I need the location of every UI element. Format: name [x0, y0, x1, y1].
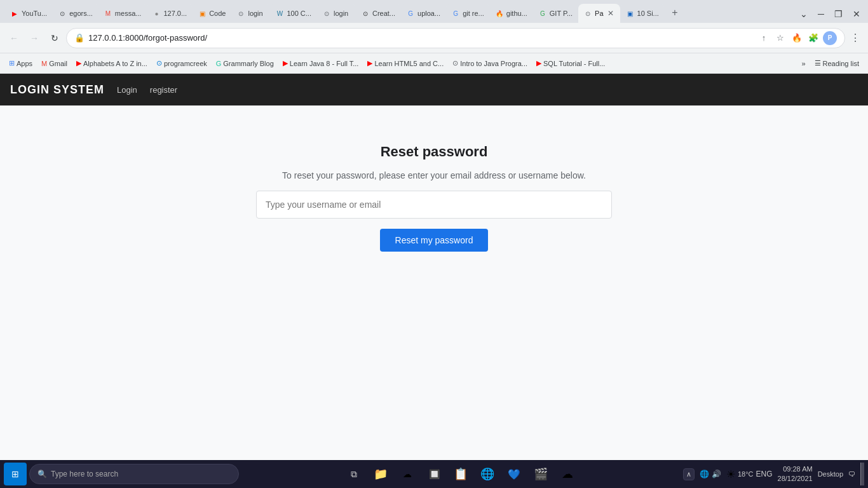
address-box[interactable]: 🔒 127.0.0.1:8000/forgot-password/ ↑ ☆ 🔥 …	[66, 28, 845, 48]
intro-java-favicon: ⊙	[452, 59, 458, 67]
reading-list-button[interactable]: ☰ Reading list	[811, 57, 863, 69]
tab-code[interactable]: ▣ Code	[193, 4, 231, 23]
nav-login-link[interactable]: Login	[117, 83, 137, 97]
new-tab-button[interactable]: +	[666, 4, 684, 22]
tab-gh1[interactable]: ⊙ egors...	[53, 4, 98, 23]
githu-favicon: 🔥	[495, 9, 504, 18]
alphabets-favicon: ▶	[76, 59, 81, 67]
bookmark-alphabets[interactable]: ▶ Alphabets A to Z in...	[72, 57, 151, 69]
bookmark-java[interactable]: ▶ Learn Java 8 - Full T...	[279, 57, 363, 69]
tab-10sin[interactable]: ▣ 10 Si...	[621, 4, 664, 23]
clock-widget[interactable]: 09:28 AM 28/12/2021	[778, 464, 813, 484]
desktop-text: Desktop	[818, 470, 843, 478]
tab-pa-close[interactable]: ✕	[606, 8, 615, 18]
bookmarks-bar: ⊞ Apps M Gmail ▶ Alphabets A to Z in... …	[0, 53, 868, 74]
gh2-favicon: ⊙	[361, 9, 370, 18]
tab-10sin-label: 10 Si...	[637, 10, 659, 17]
bookmark-apps[interactable]: ⊞ Apps	[5, 57, 36, 69]
bookmark-sql[interactable]: ▶ SQL Tutorial - Full...	[532, 57, 609, 69]
content-area: LOGIN SYSTEM Login register Reset passwo…	[0, 74, 868, 460]
html5-favicon: ▶	[367, 59, 372, 67]
maximize-button[interactable]: ❐	[832, 8, 845, 20]
taskbar-search[interactable]: 🔍 Type here to search	[29, 464, 239, 484]
fire-icon[interactable]: 🔥	[790, 31, 804, 45]
upload-favicon: G	[406, 9, 415, 18]
onedrive2-taskbar[interactable]: ☁	[556, 463, 579, 485]
tab-githu[interactable]: 🔥 githu...	[490, 4, 532, 23]
temperature-label: 18°C	[738, 470, 754, 478]
show-hidden-icons-button[interactable]: ∧	[683, 468, 695, 480]
minimize-button[interactable]: ─	[815, 8, 827, 20]
gitp-favicon: G	[538, 9, 547, 18]
reset-password-button[interactable]: Reset my password	[380, 229, 489, 252]
tab-login2[interactable]: ⊙ login	[317, 4, 355, 23]
filemanager-taskbar[interactable]: 📋	[449, 463, 472, 485]
nav-register-link[interactable]: register	[150, 83, 177, 97]
windows-icon: ⊞	[11, 469, 19, 479]
start-button[interactable]: ⊞	[4, 463, 27, 485]
bookmark-programcreek[interactable]: ⊙ programcreek	[153, 57, 211, 69]
vscode-taskbar[interactable]: 💙	[503, 463, 526, 485]
bookmarks-more-button[interactable]: »	[797, 58, 809, 69]
code-favicon: ▣	[198, 9, 207, 18]
task-view-button[interactable]: ⧉	[342, 463, 365, 485]
tab-login1[interactable]: ⊙ login	[231, 4, 269, 23]
bookmark-grammarly[interactable]: G Grammarly Blog	[212, 58, 278, 69]
forward-button[interactable]: →	[25, 29, 43, 47]
network-icon[interactable]: 🌐	[700, 470, 709, 478]
browser-menu-button[interactable]: ⋮	[848, 30, 863, 45]
taskbar: ⊞ 🔍 Type here to search ⧉ 📁 ☁ 🔲 📋 🌐 💙 🎬 …	[0, 460, 868, 488]
onedrive-taskbar[interactable]: ☁	[396, 463, 419, 485]
tab-controls: ⌄ ─ ❐ ✕	[797, 8, 863, 23]
back-button[interactable]: ←	[5, 29, 23, 47]
tab-gh1-label: egors...	[69, 10, 93, 17]
lock-icon: 🔒	[74, 33, 85, 43]
weather-widget[interactable]: ☀ 18°C ENG	[726, 468, 773, 480]
browser-frame: ▶ YouTu... ⊙ egors... M messa... ● 127.0…	[0, 0, 868, 488]
tab-upload[interactable]: G uploa...	[401, 4, 445, 23]
wp-favicon: W	[275, 9, 284, 18]
show-desktop-button[interactable]	[860, 463, 864, 485]
address-bar-row: ← → ↻ 🔒 127.0.0.1:8000/forgot-password/ …	[0, 23, 868, 53]
tab-127[interactable]: ● 127.0...	[147, 4, 192, 23]
gh1-favicon: ⊙	[58, 9, 67, 18]
tab-githu-label: githu...	[506, 10, 527, 17]
tab-gm[interactable]: M messa...	[98, 4, 147, 23]
share-icon[interactable]: ↑	[757, 31, 771, 45]
close-button[interactable]: ✕	[850, 8, 863, 20]
bookmark-gmail[interactable]: M Gmail	[37, 58, 71, 69]
tab-gitp[interactable]: G GIT P...	[533, 4, 578, 23]
tab-list-button[interactable]: ⌄	[797, 8, 810, 20]
bookmark-star-icon[interactable]: ☆	[773, 31, 787, 45]
volume-icon[interactable]: 🔊	[712, 470, 721, 478]
chrome-taskbar[interactable]: 🌐	[476, 463, 499, 485]
gm-favicon: M	[104, 9, 112, 18]
bookmark-grammarly-label: Grammarly Blog	[223, 60, 273, 67]
file-explorer-taskbar[interactable]: 📁	[369, 463, 392, 485]
app-navbar: LOGIN SYSTEM Login register	[0, 74, 868, 105]
clipstudio-taskbar[interactable]: 🎬	[529, 463, 552, 485]
tab-wp[interactable]: W 100 C...	[270, 4, 316, 23]
notification-icon[interactable]: 🗨	[848, 470, 855, 478]
bookmark-gmail-label: Gmail	[49, 60, 67, 67]
tab-git[interactable]: G git re...	[446, 4, 489, 23]
tab-code-label: Code	[209, 10, 226, 17]
tab-yt-label: YouTu...	[22, 10, 47, 17]
extensions-icon[interactable]: 🧩	[806, 31, 820, 45]
tab-gh2[interactable]: ⊙ Creat...	[356, 4, 400, 23]
reset-subtitle: To reset your password, please enter you…	[282, 170, 586, 180]
address-icons: ↑ ☆ 🔥 🧩 P	[757, 31, 837, 45]
tab-pa[interactable]: ⊙ Pa ✕	[578, 4, 620, 23]
jetbrains-taskbar[interactable]: 🔲	[423, 463, 445, 485]
apps-favicon: ⊞	[9, 59, 15, 67]
bookmark-html5[interactable]: ▶ Learn HTML5 and C...	[363, 57, 447, 69]
bookmark-intro-java[interactable]: ⊙ Intro to Java Progra...	[449, 57, 531, 69]
chevron-up-icon: ∧	[686, 470, 691, 478]
tab-yt[interactable]: ▶ YouTu...	[5, 4, 52, 23]
tab-login2-label: login	[334, 10, 348, 17]
java-favicon: ▶	[283, 59, 288, 67]
reload-button[interactable]: ↻	[46, 29, 64, 47]
sql-favicon: ▶	[536, 59, 541, 67]
profile-avatar[interactable]: P	[823, 31, 837, 45]
username-email-input[interactable]	[256, 191, 612, 219]
